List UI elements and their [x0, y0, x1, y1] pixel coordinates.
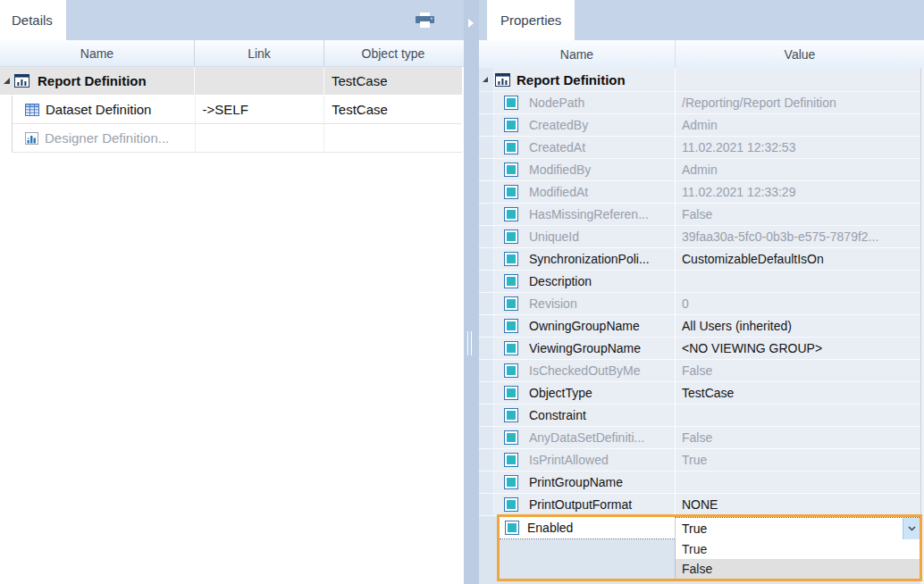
property-row[interactable]: PrintOutputFormat NONE — [479, 494, 920, 516]
property-name: Enabled — [527, 521, 573, 535]
properties-panel: Properties Name Value — [479, 0, 924, 584]
chevron-down-icon[interactable] — [903, 518, 920, 539]
property-root-row[interactable]: Report Definition — [479, 68, 920, 92]
table-row[interactable]: Report Definition TestCase — [0, 67, 462, 96]
property-value-cell: 11.02.2021 12:33:29 — [675, 181, 920, 203]
property-value: TestCase — [682, 386, 734, 400]
property-row-enabled[interactable]: Enabled True — [500, 517, 920, 539]
property-row[interactable]: SynchronizationPoli... CustomizableDefau… — [479, 248, 920, 271]
property-row[interactable]: Description — [479, 271, 920, 293]
property-value-cell: Admin — [675, 159, 920, 180]
property-row[interactable]: IsPrintAllowed True — [479, 449, 920, 471]
properties-grid-body: Report Definition NodePath /Reporting/Re… — [479, 68, 921, 516]
property-row[interactable]: Revision 0 — [479, 293, 920, 315]
property-value: 11.02.2021 12:32:53 — [682, 140, 795, 154]
object-type-cell — [323, 124, 462, 152]
property-name: IsCheckedOutByMe — [529, 363, 641, 378]
property-value: 0 — [682, 296, 689, 311]
column-header-value[interactable]: Value — [675, 40, 924, 68]
property-row[interactable]: IsCheckedOutByMe False — [479, 360, 920, 382]
property-row[interactable]: ViewingGroupName <NO VIEWING GROUP> — [479, 338, 920, 360]
property-row[interactable]: OwningGroupName All Users (inherited) — [479, 315, 920, 338]
property-row[interactable]: ObjectType TestCase — [479, 382, 920, 405]
details-panel: Details Name Link Object type — [0, 0, 464, 584]
tree-gutter — [479, 338, 494, 359]
property-name-cell: AnyDataSetDefiniti... — [529, 430, 675, 445]
property-row[interactable]: CreatedAt 11.02.2021 12:32:53 — [479, 137, 920, 159]
property-row[interactable]: ModifiedBy Admin — [479, 159, 920, 181]
row-type: TestCase — [332, 102, 388, 117]
tree-gutter — [479, 405, 494, 426]
property-value: False — [682, 430, 712, 445]
tree-gutter — [479, 293, 494, 314]
expander-icon[interactable] — [4, 78, 10, 84]
table-row[interactable]: Dataset Definition ->SELF TestCase — [12, 96, 462, 124]
property-value-cell: CustomizableDefaultIsOn — [675, 248, 920, 270]
tree-gutter — [479, 449, 494, 471]
property-name-cell: Constraint — [529, 408, 675, 422]
table-row[interactable]: Designer Definition... — [12, 124, 462, 153]
column-header-link[interactable]: Link — [194, 40, 323, 66]
option-label: False — [682, 562, 712, 576]
column-header-object-type[interactable]: Object type — [323, 40, 462, 66]
property-icon — [504, 185, 518, 199]
tree-gutter — [479, 427, 494, 448]
property-icon — [504, 163, 518, 177]
link-cell: ->SELF — [195, 96, 324, 123]
property-icon — [504, 118, 518, 132]
tree-gutter — [479, 315, 494, 337]
option-label: True — [682, 542, 707, 556]
dropdown-option[interactable]: False — [676, 559, 920, 579]
property-icon — [504, 497, 518, 512]
property-icon — [504, 363, 518, 378]
property-row[interactable]: NodePath /Reporting/Report Definition — [479, 92, 920, 114]
tree-gutter — [479, 271, 494, 292]
tree-gutter — [479, 204, 494, 225]
property-name: ObjectType — [529, 386, 592, 400]
property-value-cell: Admin — [675, 114, 920, 136]
property-value-cell: TestCase — [675, 382, 920, 404]
property-row[interactable]: Constraint — [479, 405, 920, 427]
property-icon — [504, 319, 518, 333]
property-row[interactable]: AnyDataSetDefiniti... False — [479, 427, 920, 449]
print-icon[interactable] — [413, 12, 438, 29]
splitter-grip-icon — [467, 331, 472, 355]
property-value: 11.02.2021 12:33:29 — [682, 185, 795, 199]
property-name-cell: ModifiedBy — [529, 163, 675, 177]
panel-splitter[interactable] — [464, 0, 479, 584]
property-value: <NO VIEWING GROUP> — [682, 341, 822, 355]
enabled-edit-highlight: Enabled True True False — [497, 514, 922, 581]
tab-properties[interactable]: Properties — [487, 0, 575, 40]
collapse-arrow-icon[interactable] — [468, 19, 474, 28]
property-row[interactable]: HasMissingReferen... False — [479, 204, 920, 226]
property-value: NONE — [682, 497, 718, 512]
property-name: CreatedAt — [529, 140, 585, 154]
app-window: Details Name Link Object type — [0, 0, 924, 584]
property-value-cell — [675, 405, 920, 426]
table-icon — [25, 104, 39, 116]
property-value-cell: 0 — [675, 293, 920, 314]
property-value-cell — [675, 471, 920, 493]
object-type-cell: TestCase — [323, 67, 462, 95]
enabled-value-combobox[interactable]: True — [675, 517, 920, 539]
property-row[interactable]: ModifiedAt 11.02.2021 12:33:29 — [479, 181, 920, 204]
property-icon — [504, 408, 518, 422]
property-row[interactable]: PrintGroupName — [479, 471, 920, 494]
property-name-cell: CreatedBy — [529, 118, 675, 132]
property-icon — [504, 229, 518, 244]
property-row[interactable]: UniqueId 39faa30a-5fc0-0b3b-e575-7879f2.… — [479, 226, 920, 248]
property-icon — [504, 430, 518, 445]
column-header-name[interactable]: Name — [479, 40, 675, 68]
name-cell: Dataset Definition — [13, 96, 195, 123]
tab-details[interactable]: Details — [0, 0, 66, 40]
property-name: OwningGroupName — [529, 319, 640, 333]
property-row[interactable]: CreatedBy Admin — [479, 114, 920, 137]
property-value: False — [682, 363, 712, 378]
property-name: ViewingGroupName — [529, 341, 641, 355]
property-name: UniqueId — [529, 229, 579, 244]
column-header-name[interactable]: Name — [0, 40, 194, 66]
expander-icon[interactable] — [483, 77, 488, 82]
property-name-cell: OwningGroupName — [529, 319, 675, 333]
dropdown-option[interactable]: True — [676, 539, 920, 559]
property-name: AnyDataSetDefiniti... — [529, 430, 644, 445]
